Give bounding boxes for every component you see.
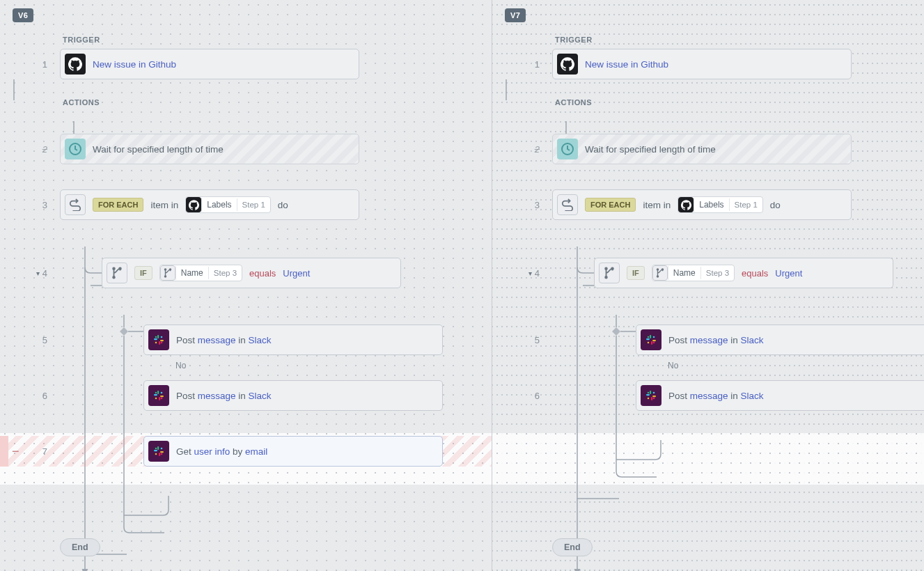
step-number: 2 xyxy=(535,144,540,155)
branch-icon xyxy=(599,263,620,283)
if-keyword: IF xyxy=(627,266,645,280)
wait-step[interactable]: Wait for specified length of time xyxy=(60,134,359,164)
step-number: 4 xyxy=(535,268,540,279)
flow-right: TRIGGER 1 New issue in Github ACTIONS 2 xyxy=(492,35,924,563)
github-icon xyxy=(65,54,86,75)
section-actions: ACTIONS xyxy=(63,98,443,107)
foreach-keyword: FOR EACH xyxy=(93,198,143,212)
no-label: No xyxy=(668,361,678,370)
version-badge-right: V7 xyxy=(505,8,526,22)
step-number: 1 xyxy=(535,59,540,70)
github-icon xyxy=(557,54,578,75)
github-icon xyxy=(186,197,201,212)
foreach-keyword: FOR EACH xyxy=(585,198,636,212)
labels-pill[interactable]: Labels Step 1 xyxy=(185,196,271,213)
step-number: 6 xyxy=(42,391,47,401)
flow-left: TRIGGER 1 New issue in Github ACTIONS xyxy=(0,35,492,563)
labels-pill[interactable]: Labels Step 1 xyxy=(678,196,763,213)
if-keyword: IF xyxy=(134,266,152,280)
column-v7: V7 ↻ + − ⤢ TRIGGER 1 New issue in Github xyxy=(492,0,924,571)
clock-icon xyxy=(557,139,578,159)
name-pill[interactable]: Name Step 3 xyxy=(652,265,735,281)
trigger-step[interactable]: New issue in Github xyxy=(60,49,359,79)
slack-icon xyxy=(641,385,661,406)
wait-step[interactable]: Wait for specified length of time xyxy=(552,134,852,164)
github-icon xyxy=(678,197,694,212)
loop-icon xyxy=(557,194,578,215)
no-label: No xyxy=(175,361,186,370)
column-v6: V6 TRIGGER 1 New issue in Github xyxy=(0,0,492,571)
end-pill: End xyxy=(60,538,100,556)
section-actions: ACTIONS xyxy=(555,98,924,107)
foreach-step[interactable]: FOR EACH item in Labels Step 1 do xyxy=(552,189,852,220)
slack-icon xyxy=(641,329,661,350)
name-pill[interactable]: Name Step 3 xyxy=(159,265,242,281)
slack-icon xyxy=(148,441,169,462)
if-step[interactable]: IF Name Step 3 equals Urgent xyxy=(102,258,401,288)
slack-icon xyxy=(148,385,169,406)
slack-post-step-2[interactable]: Post message in Slack xyxy=(636,380,924,411)
trigger-step[interactable]: New issue in Github xyxy=(552,49,852,79)
end-pill: End xyxy=(552,538,593,556)
slack-post-step-1[interactable]: Post message in Slack xyxy=(636,324,924,355)
step-number: 5 xyxy=(535,335,540,345)
slack-user-step[interactable]: Get user info by email xyxy=(143,436,443,467)
section-trigger: TRIGGER xyxy=(555,36,924,44)
slack-icon xyxy=(148,329,169,350)
step-number: 3 xyxy=(42,200,47,210)
if-step[interactable]: IF Name Step 3 equals Urgent xyxy=(594,258,893,288)
slack-post-step-2[interactable]: Post message in Slack xyxy=(143,380,443,411)
step-number: 2 xyxy=(42,144,47,155)
version-badge-left: V6 xyxy=(13,8,33,22)
step-number: 1 xyxy=(42,59,47,70)
step-number: 5 xyxy=(42,335,47,345)
step-number: 7 xyxy=(42,446,47,457)
step-number: 6 xyxy=(535,391,540,401)
chevron-down-icon[interactable]: ▾ xyxy=(36,269,40,277)
step-number: 3 xyxy=(535,200,540,210)
clock-icon xyxy=(65,139,86,159)
branch-icon xyxy=(652,265,668,281)
branch-icon xyxy=(160,265,175,281)
branch-icon xyxy=(107,263,127,283)
slack-post-step-1[interactable]: Post message in Slack xyxy=(143,324,443,355)
section-trigger: TRIGGER xyxy=(63,36,443,44)
loop-icon xyxy=(65,194,86,215)
chevron-down-icon[interactable]: ▾ xyxy=(528,269,532,277)
step-number: 4 xyxy=(42,268,47,279)
diff-canvas: V6 TRIGGER 1 New issue in Github xyxy=(0,0,924,571)
foreach-step[interactable]: FOR EACH item in Labels Step 1 do xyxy=(60,189,359,220)
